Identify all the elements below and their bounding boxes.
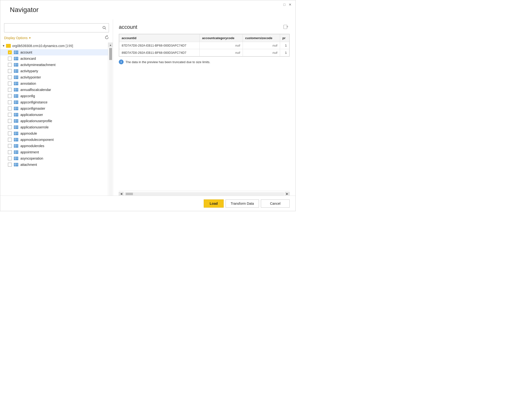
search-button[interactable] xyxy=(100,23,109,32)
table-cell: null xyxy=(243,49,280,56)
tree-item-row[interactable]: activitymimeattachment xyxy=(0,62,108,68)
tree-item-label: applicationuserrole xyxy=(20,125,49,129)
table-cell: null xyxy=(200,42,243,49)
display-options-label: Display Options xyxy=(4,36,28,40)
tree-item-row[interactable]: activityparty xyxy=(0,68,108,74)
tree-item-row[interactable]: actioncard xyxy=(0,55,108,62)
svg-point-0 xyxy=(103,26,105,29)
vertical-scrollbar: ▲ ▼ xyxy=(108,42,113,211)
svg-rect-6 xyxy=(14,57,18,60)
checkbox[interactable] xyxy=(8,163,12,166)
checkbox[interactable] xyxy=(8,107,12,110)
tree-item-row[interactable]: appointment xyxy=(0,149,108,155)
horizontal-scrollbar: ◀ ▶ xyxy=(119,191,290,195)
checkbox[interactable] xyxy=(8,132,12,135)
checkbox[interactable] xyxy=(8,125,12,129)
folder-icon xyxy=(6,44,11,48)
tree-item-row[interactable]: appconfigmaster xyxy=(0,105,108,112)
scroll-left-button[interactable]: ◀ xyxy=(119,192,124,196)
svg-rect-2 xyxy=(14,51,18,54)
tree-item-row[interactable]: annotation xyxy=(0,80,108,87)
scroll-track xyxy=(109,48,112,206)
tree-item-label: annotation xyxy=(20,82,36,85)
search-input[interactable] xyxy=(4,24,100,32)
tree-item-label: applicationuserprofile xyxy=(20,119,52,123)
tree-item-row[interactable]: appconfig xyxy=(0,93,108,99)
folder-row[interactable]: ▼ org0b539308.crm10.dynamics.com [199] xyxy=(0,42,108,49)
scroll-thumb[interactable] xyxy=(109,48,112,60)
table-icon xyxy=(14,82,19,85)
tree-item-row[interactable]: account xyxy=(0,49,108,55)
svg-rect-18 xyxy=(14,76,18,79)
tree-item-row[interactable]: applicationuserprofile xyxy=(0,118,108,124)
main-layout: Display Options ▼ ▼ org0b539308.crm10.dy… xyxy=(0,20,295,211)
tree-item-row[interactable]: appmodulecomponent xyxy=(0,137,108,143)
scroll-up-button[interactable]: ▲ xyxy=(108,42,113,47)
table-column-header: customersizecode xyxy=(243,34,280,42)
close-button[interactable]: ✕ xyxy=(288,2,293,7)
tree-item-label: applicationuser xyxy=(20,113,43,117)
checkbox[interactable] xyxy=(8,150,12,154)
table-header: accountidaccountcategorycodecustomersize… xyxy=(119,34,289,42)
tree-item-label: activityparty xyxy=(20,69,38,73)
table-icon xyxy=(14,163,19,166)
checkbox[interactable] xyxy=(8,63,12,67)
table-icon xyxy=(14,119,19,123)
tree-item-row[interactable]: appmodule xyxy=(0,130,108,137)
table-cell: null xyxy=(200,49,243,56)
chevron-down-icon: ▼ xyxy=(29,36,31,39)
svg-rect-38 xyxy=(14,107,18,110)
titlebar: □ ✕ xyxy=(279,0,295,9)
h-scroll-track xyxy=(124,193,284,195)
table-icon xyxy=(14,51,19,54)
tree-item-row[interactable]: applicationuserrole xyxy=(0,124,108,130)
checkbox[interactable] xyxy=(8,69,12,73)
tree-item-label: asyncoperation xyxy=(20,156,43,160)
tree-item-row[interactable]: applicationuser xyxy=(0,112,108,118)
transform-data-button[interactable]: Transform Data xyxy=(226,199,259,208)
left-panel: Display Options ▼ ▼ org0b539308.crm10.dy… xyxy=(0,20,113,211)
preview-refresh-button[interactable] xyxy=(282,23,290,31)
checkbox[interactable] xyxy=(8,138,12,142)
display-options-button[interactable]: Display Options ▼ xyxy=(4,36,31,40)
table-icon xyxy=(14,144,19,148)
tree-item-label: activitypointer xyxy=(20,75,41,79)
checkbox[interactable] xyxy=(8,100,12,104)
checkbox[interactable] xyxy=(8,113,12,117)
checkbox[interactable] xyxy=(8,144,12,148)
checkbox[interactable] xyxy=(8,75,12,79)
refresh-icon[interactable] xyxy=(105,35,109,41)
checkbox[interactable] xyxy=(8,51,12,54)
tree-item-label: appointment xyxy=(20,150,39,154)
scroll-right-button[interactable]: ▶ xyxy=(285,192,290,196)
checkbox[interactable] xyxy=(8,94,12,98)
collapse-triangle-icon: ▼ xyxy=(2,44,5,48)
preview-header: account xyxy=(113,20,295,34)
tree-item-row[interactable]: activitypointer xyxy=(0,74,108,80)
checkbox[interactable] xyxy=(8,156,12,160)
tree-item-label: activitymimeattachment xyxy=(20,63,55,67)
tree-item-label: actioncard xyxy=(20,57,36,61)
tree-item-label: attachment xyxy=(20,163,37,166)
checkbox[interactable] xyxy=(8,119,12,123)
truncate-notice: i The data in the preview has been trunc… xyxy=(119,60,290,64)
minimize-button[interactable]: □ xyxy=(282,2,287,7)
checkbox[interactable] xyxy=(8,88,12,92)
svg-rect-66 xyxy=(14,151,18,154)
folder-label: org0b539308.crm10.dynamics.com [199] xyxy=(12,44,73,48)
tree-items-container: account actioncard activitymimeattachmen… xyxy=(0,49,108,168)
load-button[interactable]: Load xyxy=(204,199,224,208)
search-icon xyxy=(102,26,106,30)
tree-item-row[interactable]: appmoduleroles xyxy=(0,143,108,149)
h-scroll-thumb[interactable] xyxy=(126,193,133,195)
tree-item-row[interactable]: asyncoperation xyxy=(0,155,108,162)
tree-item-label: appconfig xyxy=(20,94,35,98)
table-icon xyxy=(14,107,19,110)
tree-item-row[interactable]: attachment xyxy=(0,162,108,168)
table-icon xyxy=(14,156,19,160)
tree-item-row[interactable]: annualfiscalcalendar xyxy=(0,87,108,93)
checkbox[interactable] xyxy=(8,82,12,85)
cancel-button[interactable]: Cancel xyxy=(261,199,290,208)
checkbox[interactable] xyxy=(8,57,12,61)
tree-item-row[interactable]: appconfiginstance xyxy=(0,99,108,105)
